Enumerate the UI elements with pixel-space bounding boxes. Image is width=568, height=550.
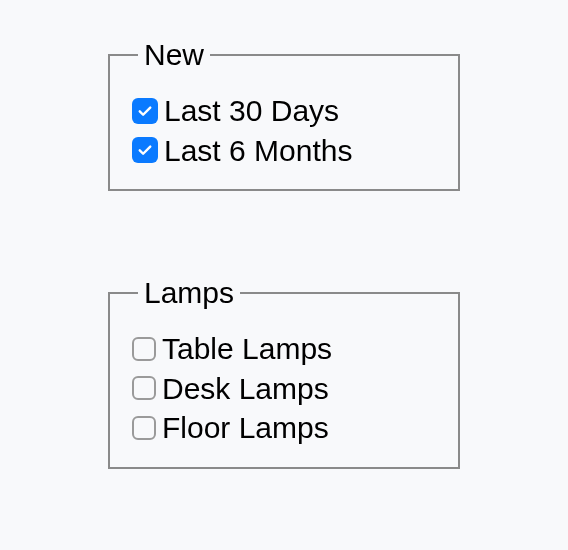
option-label: Table Lamps <box>162 330 332 368</box>
option-label: Last 6 Months <box>164 132 352 170</box>
checkbox-table-lamps[interactable] <box>132 337 156 361</box>
fieldset-new: New Last 30 Days Last 6 Months <box>108 38 460 191</box>
option-last-30-days[interactable]: Last 30 Days <box>132 92 440 130</box>
checkbox-last-6-months[interactable] <box>132 137 158 163</box>
checkbox-floor-lamps[interactable] <box>132 416 156 440</box>
checkbox-last-30-days[interactable] <box>132 98 158 124</box>
checkbox-desk-lamps[interactable] <box>132 376 156 400</box>
checkmark-icon <box>136 102 154 120</box>
option-last-6-months[interactable]: Last 6 Months <box>132 132 440 170</box>
option-label: Desk Lamps <box>162 370 329 408</box>
fieldset-lamps: Lamps Table Lamps Desk Lamps Floor Lamps <box>108 276 460 469</box>
option-label: Floor Lamps <box>162 409 329 447</box>
legend-new: New <box>138 38 210 72</box>
option-floor-lamps[interactable]: Floor Lamps <box>132 409 440 447</box>
legend-lamps: Lamps <box>138 276 240 310</box>
option-table-lamps[interactable]: Table Lamps <box>132 330 440 368</box>
option-desk-lamps[interactable]: Desk Lamps <box>132 370 440 408</box>
option-label: Last 30 Days <box>164 92 339 130</box>
checkmark-icon <box>136 141 154 159</box>
